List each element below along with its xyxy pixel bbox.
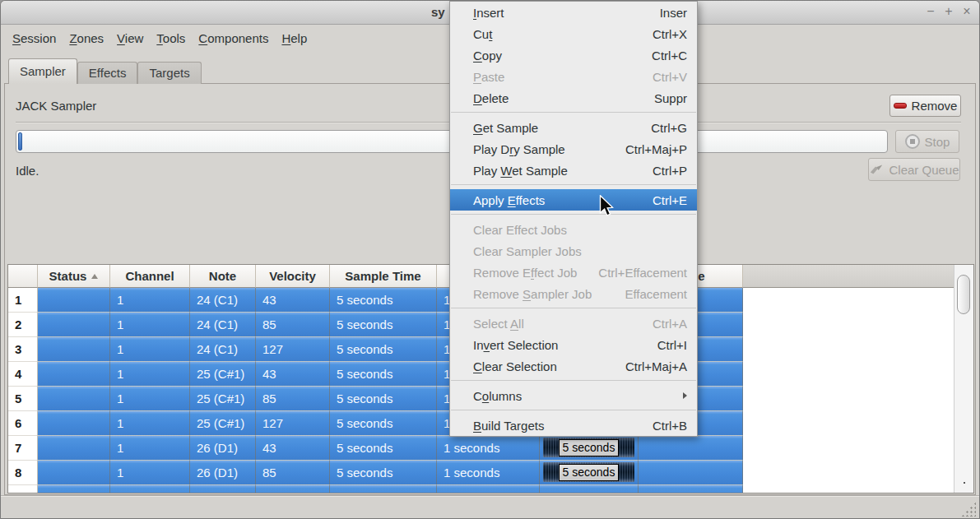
cell-num[interactable]: 1 xyxy=(8,288,38,313)
remove-button[interactable]: Remove xyxy=(889,95,961,117)
cell-num[interactable]: 4 xyxy=(8,362,38,387)
menu-item-apply-effects[interactable]: Apply EffectsCtrl+E xyxy=(450,189,697,211)
tab-sampler[interactable]: Sampler xyxy=(8,58,77,84)
column-header-num[interactable] xyxy=(8,265,38,288)
menu-item-clear-selection[interactable]: Clear SelectionCtrl+Maj+A xyxy=(450,355,697,377)
stop-button[interactable]: Stop xyxy=(895,130,959,153)
mnemonic-char: D xyxy=(473,91,482,105)
column-header-channel[interactable]: Channel xyxy=(110,265,190,288)
menubar-item-tools[interactable]: Tools xyxy=(150,28,192,49)
mnemonic-char: C xyxy=(198,31,207,45)
submenu-arrow-icon xyxy=(683,392,687,399)
menu-item-accel: Ctrl+Effacement xyxy=(598,266,687,280)
cell-status xyxy=(38,288,110,313)
stop-icon xyxy=(905,134,920,149)
cell-num[interactable]: 8 xyxy=(8,461,38,485)
row-filler xyxy=(743,485,973,493)
menu-item-invert-selection[interactable]: Invert SelectionCtrl+I xyxy=(450,334,697,355)
menu-item-accel: Ctrl+A xyxy=(653,317,687,331)
scrollbar-thumb[interactable] xyxy=(957,275,970,314)
minimize-button[interactable]: − xyxy=(922,3,939,20)
maximize-button[interactable]: + xyxy=(941,3,957,20)
cell-velocity: 43 xyxy=(256,436,330,461)
cell-channel: 1 xyxy=(110,337,190,362)
table-row[interactable] xyxy=(8,485,973,493)
menu-item-label: Clear Selection xyxy=(473,359,557,373)
label-fragment: iew xyxy=(125,31,144,45)
cell-sample xyxy=(639,436,743,461)
menu-item-get-sample[interactable]: Get SampleCtrl+G xyxy=(450,117,697,138)
cell-num[interactable]: 7 xyxy=(8,436,38,461)
clear-queue-button[interactable]: Clear Queue xyxy=(868,158,960,181)
menu-item-build-targets[interactable]: Build TargetsCtrl+B xyxy=(450,415,697,436)
menu-separator xyxy=(450,109,697,117)
menu-item-cut[interactable]: CutCtrl+X xyxy=(450,23,697,44)
cell-channel: 1 xyxy=(110,362,190,387)
table-row[interactable]: 8126 (D1)855 seconds1 seconds5 seconds xyxy=(8,461,973,485)
resize-grip[interactable] xyxy=(961,502,976,517)
mnemonic-char: H xyxy=(281,31,290,45)
menu-item-accel: Ctrl+E xyxy=(653,193,687,207)
cell-sample xyxy=(639,461,743,485)
cell-channel: 1 xyxy=(110,436,190,461)
menu-item-insert[interactable]: InsertInser xyxy=(450,2,697,23)
column-header-sample_time[interactable]: Sample Time xyxy=(330,265,437,288)
menu-item-clear-sampler-jobs: Clear Sampler Jobs xyxy=(450,240,697,262)
tab-effects[interactable]: Effects xyxy=(77,62,138,84)
scrollbar-dot xyxy=(964,482,965,484)
menu-item-accel: Ctrl+P xyxy=(653,164,687,178)
cell-num[interactable]: 3 xyxy=(8,337,38,362)
row-filler xyxy=(743,313,973,337)
label-fragment: et Sample xyxy=(512,164,568,178)
label-fragment: et Sample xyxy=(483,121,539,135)
column-header-velocity[interactable]: Velocity xyxy=(256,265,330,288)
cell-velocity: 43 xyxy=(256,288,330,313)
cell-velocity: 127 xyxy=(256,337,330,362)
mnemonic-char: V xyxy=(117,31,125,45)
column-header-label: Note xyxy=(209,269,236,283)
menubar-item-zones[interactable]: Zones xyxy=(63,28,110,49)
cell-status xyxy=(38,337,110,362)
column-header-label: Channel xyxy=(125,269,174,283)
mnemonic-char: S xyxy=(12,31,21,45)
duration-label[interactable]: 5 seconds xyxy=(559,464,620,481)
menu-item-play-dry-sample[interactable]: Play Dry SampleCtrl+Maj+P xyxy=(450,138,697,160)
cell-status xyxy=(38,387,110,411)
menu-item-copy[interactable]: CopyCtrl+C xyxy=(450,44,697,66)
vertical-scrollbar[interactable] xyxy=(954,265,973,493)
menu-item-label: Insert xyxy=(473,6,504,20)
label-fragment: opy xyxy=(482,49,502,63)
label-fragment: Apply xyxy=(473,193,508,207)
menu-item-accel: Ctrl+X xyxy=(653,27,687,41)
cell-num[interactable]: 5 xyxy=(8,387,38,411)
cell-note: 25 (C#1) xyxy=(190,387,256,411)
mnemonic-char: W xyxy=(500,164,512,178)
column-header-status[interactable]: Status xyxy=(38,265,110,288)
cell-sample_time xyxy=(330,485,437,493)
menu-item-columns[interactable]: Columns xyxy=(450,385,697,406)
label-fragment: Clear Sampler Jobs xyxy=(473,244,582,258)
duration-label[interactable]: 5 seconds xyxy=(559,439,620,456)
cell-num[interactable]: 2 xyxy=(8,313,38,337)
tab-targets[interactable]: Targets xyxy=(137,62,201,84)
label-fragment: Remove xyxy=(473,287,523,301)
menu-item-label: Clear Sampler Jobs xyxy=(473,244,582,258)
table-row[interactable]: 7126 (D1)435 seconds1 seconds5 seconds xyxy=(8,436,973,461)
bottom-strip xyxy=(1,495,979,519)
label-fragment: ampler Job xyxy=(531,287,592,301)
close-button[interactable]: × xyxy=(959,3,975,20)
label-fragment: lumns xyxy=(489,389,522,403)
cell-sample_time: 5 seconds xyxy=(330,313,437,337)
clear-queue-button-label: Clear Queue xyxy=(889,163,959,177)
menubar-item-view[interactable]: View xyxy=(110,28,150,49)
menu-item-delete[interactable]: DeleteSuppr xyxy=(450,87,697,109)
menu-item-accel: Ctrl+Maj+P xyxy=(625,142,687,156)
cell-num[interactable] xyxy=(8,485,38,493)
menubar-item-components[interactable]: Components xyxy=(192,28,275,49)
column-header-note[interactable]: Note xyxy=(190,265,256,288)
menubar-item-session[interactable]: Session xyxy=(6,28,63,49)
cell-num[interactable]: 6 xyxy=(8,411,38,436)
menubar-item-help[interactable]: Help xyxy=(275,28,314,49)
menu-item-play-wet-sample[interactable]: Play Wet SampleCtrl+P xyxy=(450,160,697,181)
row-filler xyxy=(743,436,973,461)
